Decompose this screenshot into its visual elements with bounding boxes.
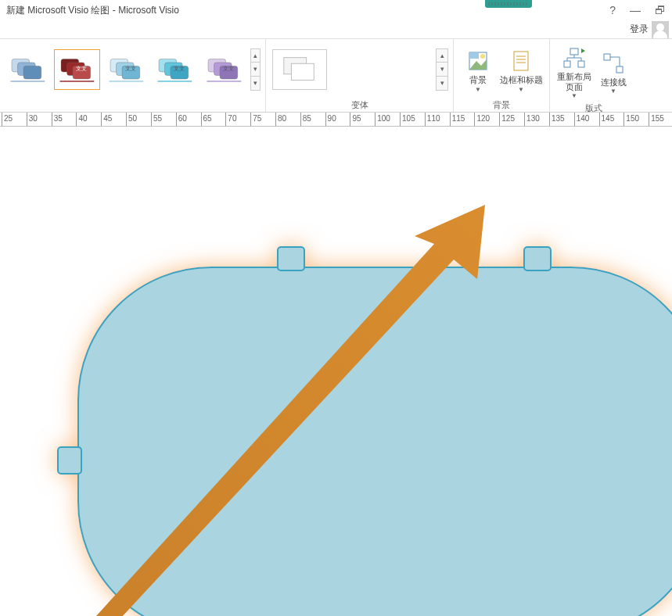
avatar-icon[interactable] [652,21,669,38]
theme-blue-thumb[interactable] [5,49,51,90]
svg-point-28 [480,54,485,59]
login-row: 登录 [0,20,672,39]
svg-rect-33 [570,48,578,55]
svg-rect-37 [616,66,623,73]
variations-group-label: 变体 [266,99,453,112]
themes-group-label [0,99,265,112]
layout-group: 重新布局页面 ▼ 连接线 ▼ 版式 [550,39,638,112]
svg-rect-25 [291,63,314,80]
borders-titles-label: 边框和标题 [500,75,543,85]
svg-text:文文: 文文 [223,66,234,71]
svg-text:文文: 文文 [124,66,135,71]
chevron-down-icon: ▼ [518,86,524,93]
chevron-down-icon: ▼ [610,88,616,95]
svg-text:文文: 文文 [174,66,185,71]
connectors-label: 连接线 [601,77,627,88]
relayout-label: 重新布局页面 [555,72,594,92]
background-icon [465,48,491,73]
chevron-down-icon: ▼ [571,92,577,99]
svg-rect-27 [469,52,479,59]
borders-titles-button[interactable]: 边框和标题 ▼ [498,45,544,92]
themes-spinners: ▴▾▾ [250,48,261,91]
ribbon: 文文文文文文文文▴▾▾ ▴ ▾ ▾ 变体 [0,39,672,113]
svg-rect-38 [78,267,672,616]
variations-expand[interactable]: ▾ [436,77,448,91]
minimize-icon[interactable]: — [630,4,641,16]
horizontal-ruler: 2530354045505560657075808590951001051101… [0,113,672,127]
relayout-page-button[interactable]: 重新布局页面 ▼ [555,42,594,99]
theme-red-thumb[interactable]: 文文 [54,49,100,90]
title-bar: 新建 Microsoft Visio 绘图 - Microsoft Visio … [0,0,672,20]
theme-cyan-thumb[interactable]: 文文 [152,49,198,90]
variations-group: ▴ ▾ ▾ 变体 [266,39,454,112]
svg-text:文文: 文文 [76,66,87,71]
variations-scroll-up[interactable]: ▴ [436,48,448,63]
login-link[interactable]: 登录 [630,23,649,36]
background-group: 背景 ▼ 边框和标题 ▼ 背景 [454,39,550,112]
themes-group: 文文文文文文文文▴▾▾ [0,39,266,112]
variations-spinners: ▴ ▾ ▾ [436,48,448,91]
tank-shape[interactable] [63,244,672,616]
themes-expand[interactable]: ▾ [250,77,261,91]
svg-rect-41 [58,447,81,474]
drawing-canvas[interactable] [0,127,672,616]
background-button[interactable]: 背景 ▼ [458,45,498,92]
themes-scroll-down[interactable]: ▾ [250,63,261,77]
svg-rect-34 [564,61,570,67]
svg-rect-36 [604,54,610,60]
connectors-icon [601,51,626,76]
svg-rect-29 [514,52,528,70]
connectors-button[interactable]: 连接线 ▼ [594,48,633,95]
variations-scroll-down[interactable]: ▾ [436,63,448,77]
background-label: 背景 [469,75,487,85]
variation-thumb[interactable] [272,49,327,90]
background-group-label: 背景 [454,99,549,112]
themes-scroll-up[interactable]: ▴ [250,48,261,63]
svg-rect-40 [524,247,551,270]
onscreen-keyboard-icon[interactable] [485,0,532,8]
restore-icon[interactable]: 🗗 [655,4,666,16]
theme-purple-thumb[interactable]: 文文 [201,49,247,90]
borders-titles-icon [508,48,534,73]
svg-rect-39 [278,247,304,270]
theme-light-thumb[interactable]: 文文 [103,49,149,90]
svg-rect-35 [578,61,584,67]
relayout-icon [562,45,587,70]
svg-rect-2 [23,66,41,79]
help-icon[interactable]: ? [609,4,616,16]
chevron-down-icon: ▼ [475,86,481,93]
